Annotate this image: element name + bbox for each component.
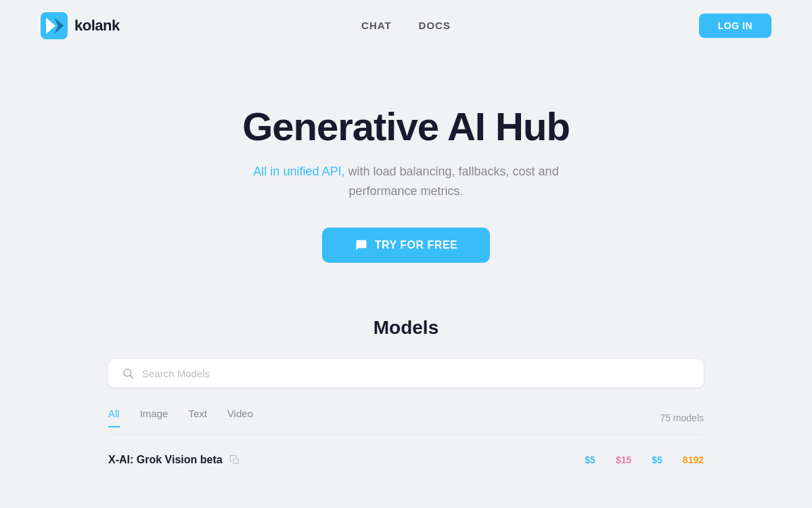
hero-section: Generative AI Hub All in unified API, wi… [0,51,812,303]
models-section: Models All Image Text Video 75 models X-… [0,303,812,506]
header: kolank CHAT DOCS LOG IN [0,0,812,51]
nav-docs[interactable]: DOCS [419,20,451,31]
logo: kolank [41,12,120,39]
filter-tabs: All Image Text Video [108,408,253,427]
model-left: X-AI: Grok Vision beta [108,454,240,466]
model-prices: $5 $15 $5 8192 [585,454,704,465]
models-title: Models [108,317,704,339]
filter-tab-image[interactable]: Image [140,408,168,427]
hero-title: Generative AI Hub [242,105,570,148]
hero-subtitle: All in unified API, with load balancing,… [237,162,575,201]
nav-chat[interactable]: CHAT [361,20,392,31]
search-input[interactable] [142,368,690,379]
price-input: $5 [585,454,595,465]
hero-subtitle-highlight: All in unified API, [253,165,344,178]
filter-tab-text[interactable]: Text [188,408,207,427]
search-icon [122,367,134,379]
price-batch: $5 [652,454,662,465]
chat-icon [355,238,368,252]
svg-rect-5 [233,459,238,463]
price-output: $15 [616,454,631,465]
copy-icon[interactable] [229,454,240,465]
kolank-logo-icon [41,12,68,39]
model-count: 75 models [660,412,704,423]
search-bar [108,359,704,387]
filter-tab-all[interactable]: All [108,408,120,427]
try-btn-label: TRY FOR FREE [375,239,457,251]
logo-text: kolank [74,17,120,35]
svg-line-4 [130,376,133,379]
model-name: X-AI: Grok Vision beta [108,454,223,466]
try-for-free-button[interactable]: TRY FOR FREE [322,228,490,263]
hero-subtitle-rest: with load balancing, fallbacks, cost and… [344,165,558,198]
main-nav: CHAT DOCS [361,20,451,31]
login-button[interactable]: LOG IN [699,14,771,38]
filter-row: All Image Text Video 75 models [108,401,704,435]
filter-tab-video[interactable]: Video [227,408,253,427]
table-row: X-AI: Grok Vision beta $5 $15 $5 8192 [108,442,704,479]
context-tokens: 8192 [683,454,704,465]
